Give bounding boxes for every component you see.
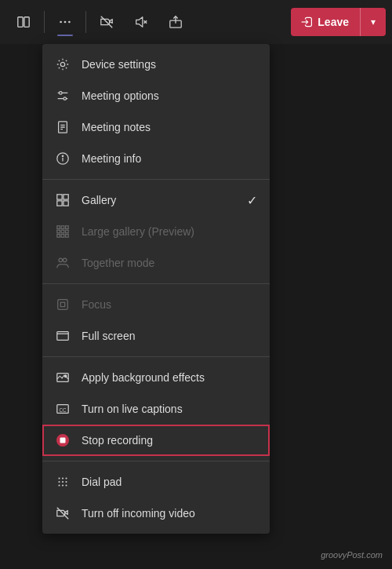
menu-section-5: Dial pad Turn off incoming video	[42, 461, 270, 534]
live-captions-label: Turn on live captions	[82, 403, 257, 415]
menu-item-meeting-notes[interactable]: Meeting notes	[42, 111, 270, 143]
svg-point-15	[60, 92, 63, 95]
svg-rect-1	[24, 17, 29, 27]
dropdown-menu: Device settings Meeting options	[42, 44, 270, 534]
device-settings-label: Device settings	[82, 58, 257, 71]
svg-point-50	[58, 481, 60, 483]
menu-section-1: Device settings Meeting options	[42, 44, 270, 180]
gallery-check: ✓	[247, 193, 257, 208]
menu-item-meeting-info[interactable]: Meeting info	[42, 143, 270, 174]
focus-icon	[55, 297, 71, 312]
watermark: groovyPost.com	[321, 550, 383, 560]
gallery-label: Gallery	[82, 194, 236, 206]
leave-label: Leave	[318, 16, 349, 28]
meeting-options-label: Meeting options	[82, 89, 257, 102]
leave-button[interactable]: Leave ▾	[291, 8, 386, 36]
fullscreen-icon	[55, 328, 71, 344]
menu-item-stop-recording[interactable]: Stop recording	[42, 425, 270, 456]
menu-item-large-gallery: Large gallery (Preview)	[42, 216, 270, 247]
svg-rect-33	[66, 230, 69, 233]
svg-point-48	[62, 477, 64, 479]
top-bar: Leave ▾	[0, 0, 392, 44]
sliders-icon	[55, 88, 71, 104]
together-mode-label: Together mode	[82, 257, 257, 269]
full-screen-label: Full screen	[82, 330, 257, 342]
menu-item-gallery[interactable]: Gallery ✓	[42, 184, 270, 216]
svg-point-37	[59, 258, 63, 262]
stop-recording-label: Stop recording	[82, 434, 257, 447]
svg-rect-36	[66, 235, 69, 238]
dialpad-icon	[55, 474, 71, 490]
svg-point-51	[62, 481, 64, 483]
svg-rect-35	[61, 235, 64, 238]
svg-text:CC: CC	[60, 407, 67, 413]
svg-point-12	[60, 62, 64, 66]
svg-point-55	[65, 484, 67, 486]
menu-item-meeting-options[interactable]: Meeting options	[42, 80, 270, 111]
menu-item-full-screen[interactable]: Full screen	[42, 320, 270, 352]
top-bar-left	[6, 5, 193, 39]
svg-point-53	[58, 484, 60, 486]
menu-item-live-captions[interactable]: CC Turn on live captions	[42, 393, 270, 425]
separator2	[85, 11, 86, 33]
svg-point-49	[65, 477, 67, 479]
svg-point-23	[62, 155, 63, 156]
svg-point-16	[64, 97, 67, 100]
menu-item-device-settings[interactable]: Device settings	[42, 49, 270, 80]
svg-point-52	[65, 481, 67, 483]
sidebar-toggle-button[interactable]	[6, 5, 41, 39]
svg-rect-31	[57, 230, 60, 233]
menu-item-together-mode: Together mode	[42, 247, 270, 279]
svg-marker-6	[136, 17, 143, 27]
svg-rect-40	[60, 302, 64, 306]
menu-section-3: Focus Full screen	[42, 284, 270, 357]
together-icon	[55, 255, 71, 271]
svg-point-3	[64, 21, 67, 24]
meeting-info-label: Meeting info	[82, 152, 257, 165]
svg-rect-41	[57, 332, 68, 341]
svg-point-47	[58, 477, 60, 479]
menu-item-turn-off-video[interactable]: Turn off incoming video	[42, 498, 270, 529]
svg-point-54	[62, 484, 64, 486]
svg-rect-27	[64, 201, 68, 206]
svg-point-38	[63, 258, 67, 262]
svg-line-56	[57, 508, 68, 519]
leave-chevron-button[interactable]: ▾	[361, 8, 386, 36]
svg-rect-34	[57, 235, 60, 238]
menu-item-background-effects[interactable]: Apply background effects	[42, 362, 270, 393]
svg-rect-25	[64, 195, 68, 199]
svg-point-2	[60, 21, 62, 24]
large-gallery-icon	[55, 224, 71, 239]
svg-rect-0	[18, 17, 23, 27]
svg-rect-29	[61, 226, 64, 229]
turn-off-video-label: Turn off incoming video	[82, 507, 257, 520]
more-options-button[interactable]	[48, 5, 82, 39]
captions-icon: CC	[55, 401, 71, 417]
svg-rect-24	[57, 195, 62, 199]
stop-recording-icon	[55, 432, 71, 448]
audio-button[interactable]	[124, 5, 158, 39]
info-icon	[55, 151, 71, 166]
svg-rect-39	[58, 300, 68, 310]
svg-rect-26	[57, 201, 62, 206]
svg-point-4	[68, 21, 71, 24]
background-effects-label: Apply background effects	[82, 371, 257, 384]
separator	[44, 11, 45, 33]
focus-label: Focus	[82, 298, 257, 311]
gear-icon	[55, 57, 71, 72]
top-bar-right: Leave ▾	[291, 8, 386, 36]
menu-section-2: Gallery ✓ Large gallery (Preview)	[42, 180, 270, 284]
svg-rect-32	[61, 230, 64, 233]
camera-button[interactable]	[89, 5, 124, 39]
dial-pad-label: Dial pad	[82, 476, 257, 488]
video-off-icon	[55, 505, 71, 521]
svg-rect-30	[66, 226, 69, 229]
svg-point-44	[64, 375, 67, 378]
menu-item-dial-pad[interactable]: Dial pad	[42, 466, 270, 498]
menu-item-focus: Focus	[42, 289, 270, 320]
notes-icon	[55, 119, 71, 135]
large-gallery-label: Large gallery (Preview)	[82, 225, 257, 238]
leave-main[interactable]: Leave	[291, 16, 360, 28]
gallery-icon	[55, 192, 71, 208]
share-button[interactable]	[158, 5, 193, 39]
